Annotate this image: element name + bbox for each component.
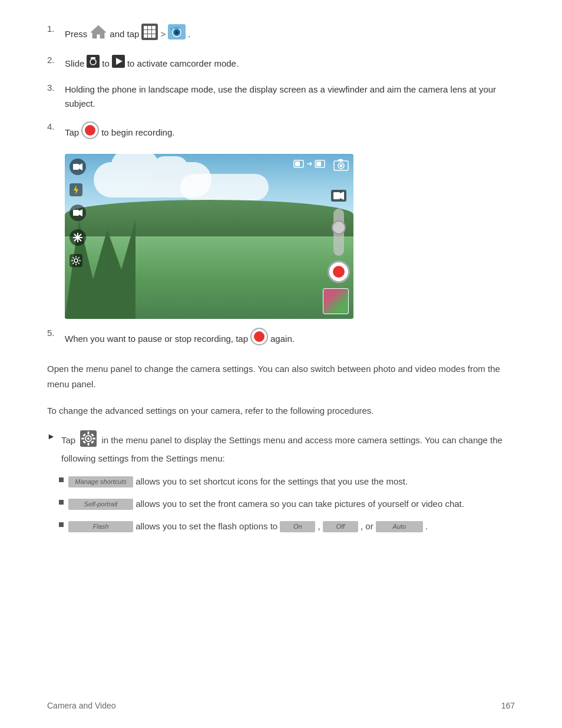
svg-marker-0 bbox=[91, 25, 106, 38]
bullet1-placeholder-label: Manage shortcuts bbox=[68, 476, 133, 488]
svg-rect-24 bbox=[73, 164, 79, 170]
bullet2-placeholder-label: Self-portrait bbox=[68, 499, 133, 510]
flash-option-2: Off bbox=[323, 521, 358, 533]
cam-icon-video-camera bbox=[70, 159, 86, 175]
step-4: 4. Tap to begin recording. bbox=[47, 121, 515, 143]
cam-zoom-slider bbox=[333, 209, 344, 256]
arrow-item-tap-gear: ► Tap in the menu panel to display the S… bbox=[47, 430, 515, 466]
cam-record-inner-circle bbox=[333, 266, 345, 278]
arrow-item-middle-text: in the menu panel to display the Setting… bbox=[61, 434, 503, 463]
svg-rect-35 bbox=[295, 162, 300, 166]
video-mode-icon bbox=[112, 55, 125, 72]
step-3: 3. Holding the phone in landscape mode, … bbox=[47, 83, 515, 111]
photo-mode-icon bbox=[87, 55, 100, 72]
step-5-content: When you want to pause or stop recording… bbox=[65, 328, 295, 350]
cam-icon-flash bbox=[70, 183, 82, 196]
bullet-content-1: Manage shortcuts allows you to set short… bbox=[68, 475, 408, 489]
cam-icon-effects bbox=[70, 229, 86, 246]
arrow-bullet-marker: ► bbox=[47, 431, 57, 441]
svg-rect-2 bbox=[144, 26, 147, 29]
gt-symbol: > bbox=[160, 27, 166, 41]
step-2-content: Slide to to activate camcorder mode. bbox=[65, 55, 239, 72]
bullet3-text-before: allows you to set the flash options to bbox=[135, 521, 277, 531]
arrow-item-content: Tap in the menu panel to display the Set… bbox=[61, 430, 515, 466]
camera-left-icons bbox=[70, 159, 86, 267]
flash-period: . bbox=[425, 521, 428, 531]
cam-record-button[interactable] bbox=[328, 261, 350, 283]
cam-storage-icons bbox=[293, 159, 325, 169]
bullet-item-1: Manage shortcuts allows you to set short… bbox=[59, 475, 515, 489]
svg-marker-26 bbox=[74, 185, 78, 195]
svg-point-16 bbox=[170, 28, 173, 30]
cam-video-small-icon bbox=[331, 190, 346, 202]
bullet-item-2: Self-portrait allows you to set the fron… bbox=[59, 497, 515, 511]
camera-ui-overlay bbox=[65, 154, 353, 319]
record-button-icon bbox=[81, 121, 99, 143]
step1-press-label: Press bbox=[65, 27, 87, 41]
svg-marker-28 bbox=[79, 209, 82, 216]
flash-comma-1: , bbox=[318, 521, 320, 531]
svg-rect-52 bbox=[88, 431, 90, 434]
svg-point-51 bbox=[87, 437, 90, 440]
camera-viewfinder bbox=[65, 154, 353, 319]
step-2: 2. Slide to to activate camcorder mode. bbox=[47, 55, 515, 72]
svg-rect-4 bbox=[152, 26, 156, 29]
svg-rect-53 bbox=[88, 443, 90, 446]
svg-point-33 bbox=[74, 259, 78, 262]
step5-text-before: When you want to pause or stop recording… bbox=[65, 332, 248, 346]
svg-rect-27 bbox=[73, 210, 79, 216]
step4-begin-label: to begin recording. bbox=[101, 126, 174, 140]
flash-option-1: On bbox=[280, 521, 315, 533]
svg-point-14 bbox=[176, 31, 178, 34]
svg-rect-45 bbox=[333, 192, 340, 199]
paragraph-advanced-settings: To change the advanced settings on your … bbox=[47, 403, 515, 419]
step-number-3: 3. bbox=[47, 83, 65, 93]
flash-option-3: Auto bbox=[376, 521, 423, 533]
cam-icon-settings bbox=[70, 254, 82, 267]
step-number-4: 4. bbox=[47, 121, 65, 131]
step-number-2: 2. bbox=[47, 55, 65, 65]
svg-marker-25 bbox=[79, 163, 82, 170]
bullet-content-3: Flash allows you to set the flash option… bbox=[68, 519, 428, 533]
svg-rect-5 bbox=[144, 30, 147, 34]
bullet2-text: allows you to set the front camera so yo… bbox=[135, 499, 464, 509]
step2-slide-label: Slide bbox=[65, 57, 84, 71]
step5-text-after: again. bbox=[270, 332, 295, 346]
svg-marker-46 bbox=[340, 192, 344, 200]
svg-rect-6 bbox=[148, 30, 151, 34]
footer-chapter-label: Camera and Video bbox=[47, 701, 115, 710]
flash-comma-2: , or bbox=[361, 521, 373, 531]
svg-rect-55 bbox=[92, 437, 95, 439]
camera-app-icon bbox=[168, 24, 186, 44]
step2-activate-label: to activate camcorder mode. bbox=[127, 57, 239, 71]
svg-rect-8 bbox=[144, 34, 147, 38]
svg-rect-7 bbox=[152, 30, 156, 34]
step1-period: . bbox=[188, 27, 190, 41]
svg-rect-40 bbox=[316, 162, 321, 166]
step-number-5: 5. bbox=[47, 328, 65, 338]
bullet-marker-2 bbox=[59, 500, 64, 505]
camera-top-right-icons bbox=[293, 159, 325, 169]
step2-to-label: to bbox=[102, 57, 110, 71]
cam-last-photo-thumbnail bbox=[323, 288, 349, 314]
svg-point-23 bbox=[85, 125, 95, 136]
page-footer: Camera and Video 167 bbox=[47, 701, 515, 710]
step-1-content: Press and tap bbox=[65, 24, 190, 44]
bullet-marker-3 bbox=[59, 522, 64, 527]
cam-zoom-thumb bbox=[332, 220, 346, 235]
apps-grid-icon bbox=[141, 24, 158, 44]
step-number-1: 1. bbox=[47, 24, 65, 34]
step-3-content: Holding the phone in landscape mode, use… bbox=[65, 83, 515, 111]
arrow-tap-label: Tap bbox=[61, 434, 75, 444]
svg-rect-10 bbox=[152, 34, 156, 38]
bullet-content-2: Self-portrait allows you to set the fron… bbox=[68, 497, 464, 511]
svg-point-48 bbox=[254, 331, 265, 342]
step3-text: Holding the phone in landscape mode, use… bbox=[65, 83, 515, 111]
home-button-icon bbox=[90, 24, 107, 44]
bullet3-placeholder-label: Flash bbox=[68, 521, 133, 533]
footer-page-number: 167 bbox=[501, 701, 515, 710]
svg-rect-54 bbox=[81, 437, 84, 439]
svg-rect-19 bbox=[91, 57, 95, 59]
step4-tap-label: Tap bbox=[65, 126, 79, 140]
bullet1-text: allows you to set shortcut icons for the… bbox=[135, 476, 408, 486]
